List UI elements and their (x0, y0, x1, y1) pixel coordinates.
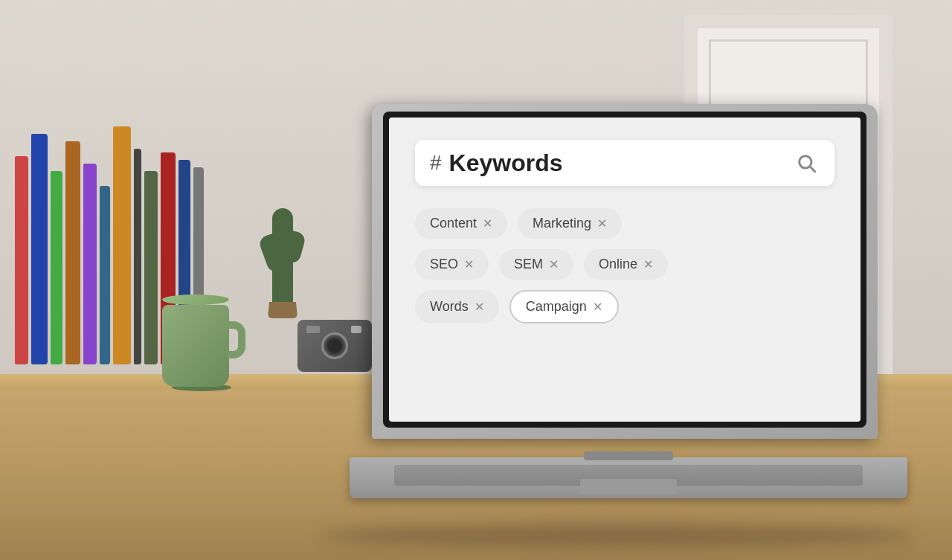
tag-label: SEM (514, 257, 543, 272)
book (65, 141, 80, 364)
tag-close-icon[interactable]: ✕ (643, 257, 653, 271)
cactus-body (272, 208, 293, 312)
book (113, 126, 131, 364)
tag-label: Campaign (526, 299, 587, 315)
book (134, 149, 141, 364)
laptop: # Keywords (350, 104, 907, 521)
tag-label: Online (599, 257, 637, 272)
laptop-screen-content: # Keywords (389, 118, 861, 422)
search-hash-symbol: # (430, 151, 442, 175)
tag-close-icon[interactable]: ✕ (464, 257, 474, 271)
tags-area: Content ✕ Marketing ✕ SEO (415, 208, 834, 324)
laptop-screen-bezel: # Keywords (383, 112, 866, 428)
tags-row-2: SEO ✕ SEM ✕ Online ✕ (415, 249, 834, 280)
tag-words[interactable]: Words ✕ (415, 290, 499, 324)
svg-point-0 (800, 156, 811, 168)
tag-close-icon[interactable]: ✕ (483, 216, 492, 231)
tag-seo[interactable]: SEO ✕ (415, 249, 489, 280)
tags-row-3: Words ✕ Campaign ✕ (415, 290, 834, 324)
svg-line-1 (811, 167, 815, 172)
tag-online[interactable]: Online ✕ (584, 249, 668, 280)
tag-campaign[interactable]: Campaign ✕ (509, 290, 619, 324)
tag-label: Words (430, 299, 469, 315)
tag-close-icon[interactable]: ✕ (549, 257, 559, 271)
search-bar[interactable]: # Keywords (415, 140, 834, 186)
tags-row-1: Content ✕ Marketing ✕ (415, 208, 834, 239)
mug-body (162, 305, 229, 387)
cactus-plant (260, 164, 305, 312)
tag-sem[interactable]: SEM ✕ (499, 249, 573, 280)
laptop-touchpad (580, 479, 677, 494)
tag-label: Content (430, 216, 477, 231)
book (100, 186, 110, 364)
books-shelf (15, 82, 283, 364)
book (83, 164, 97, 364)
tag-close-icon[interactable]: ✕ (593, 300, 602, 314)
search-input-display[interactable]: Keywords (449, 149, 793, 177)
laptop-screen-outer: # Keywords (372, 104, 878, 439)
tag-close-icon[interactable]: ✕ (475, 300, 484, 314)
mug-top (162, 295, 229, 305)
laptop-hinge (584, 451, 673, 460)
camera-lens (321, 332, 348, 359)
camera-viewfinder (306, 326, 320, 333)
book (51, 171, 62, 364)
tag-label: SEO (430, 257, 458, 272)
search-icon-container[interactable] (793, 149, 820, 176)
scene: # Keywords (0, 0, 952, 560)
coffee-mug (162, 297, 240, 402)
tag-label: Marketing (533, 216, 591, 231)
mug-handle (228, 321, 245, 358)
tag-content[interactable]: Content ✕ (415, 208, 507, 239)
laptop-base (350, 457, 907, 498)
laptop-shadow (320, 524, 915, 547)
tag-marketing[interactable]: Marketing ✕ (518, 208, 622, 239)
tag-close-icon[interactable]: ✕ (597, 216, 607, 231)
cactus-pot (268, 302, 298, 318)
search-icon (796, 152, 817, 173)
book (144, 171, 158, 364)
book (31, 134, 48, 364)
book (15, 156, 28, 364)
